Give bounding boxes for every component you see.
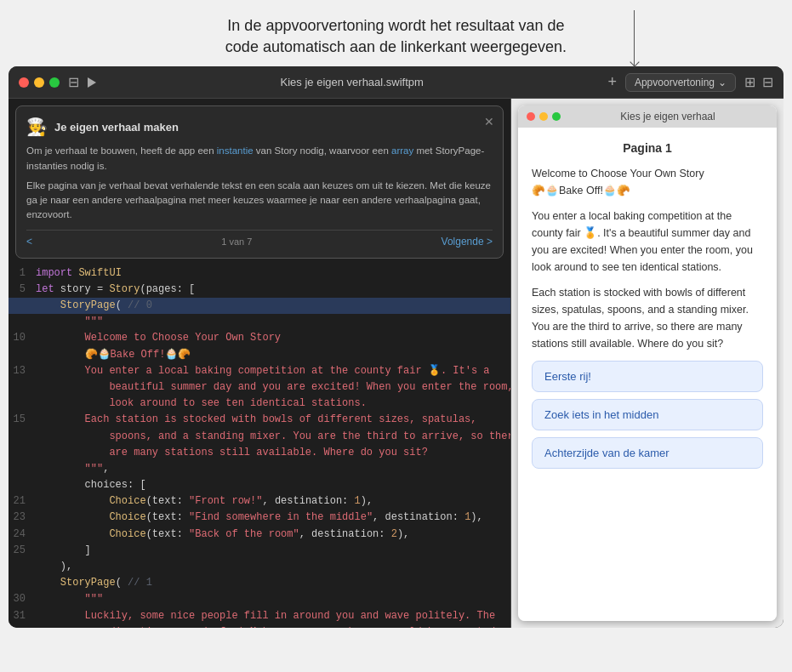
title-bar: ⊟ Kies je eigen verhaal.swiftpm + Appvoo… — [9, 66, 783, 99]
traffic-lights — [19, 77, 60, 88]
maximize-button[interactable] — [49, 77, 60, 88]
info-panel-icon: 🧑‍🍳 — [26, 117, 48, 137]
main-window: ⊟ Kies je eigen verhaal.swiftpm + Appvoo… — [9, 66, 783, 628]
info-prev-button[interactable]: < — [26, 236, 32, 248]
preview-label: Appvoorvertoning — [635, 77, 715, 88]
code-line: StoryPage( // 0 — [9, 298, 510, 314]
preview-content: Pagina 1 Welcome to Choose Your Own Stor… — [518, 128, 777, 621]
code-line: beautiful summer day and you are excited… — [9, 379, 510, 396]
info-panel-title: Je eigen verhaal maken — [54, 121, 179, 134]
code-line: 23 Choice(text: "Find somewhere in the m… — [9, 510, 510, 526]
sidebar-toggle[interactable]: ⊟ — [68, 74, 79, 90]
window-title: Kies je eigen verhaal.swiftpm — [105, 76, 599, 88]
code-line: 25 ] — [9, 543, 510, 559]
add-button[interactable]: + — [607, 73, 617, 91]
preview-window-title: Kies je eigen verhaal — [567, 111, 768, 122]
info-panel-close[interactable]: ✕ — [484, 115, 494, 128]
code-line: directions sounds fun! Make a sponge cak… — [9, 624, 510, 629]
info-panel-header: 🧑‍🍳 Je eigen verhaal maken — [26, 117, 493, 137]
play-icon — [88, 77, 96, 88]
code-line: 24 Choice(text: "Back of the room", dest… — [9, 527, 510, 543]
preview-choice-3[interactable]: Achterzijde van de kamer — [532, 437, 763, 469]
chart-icon[interactable]: ⊞ — [744, 74, 755, 90]
preview-minimize-button[interactable] — [539, 112, 548, 121]
code-line: 15 Each station is stocked with bowls of… — [9, 412, 510, 428]
preview-paragraph-2: Each station is stocked with bowls of di… — [532, 284, 763, 352]
code-line: look around to see ten identical station… — [9, 396, 510, 412]
preview-choices: Eerste rij! Zoek iets in het midden Acht… — [532, 361, 763, 482]
toolbar-icons: ⊞ ⊟ — [744, 74, 773, 90]
panel-icon[interactable]: ⊟ — [762, 74, 773, 90]
info-link-instantie[interactable]: instantie — [217, 145, 254, 156]
preview-maximize-button[interactable] — [552, 112, 561, 121]
chevron-right-icon: > — [487, 236, 493, 248]
play-button[interactable] — [88, 77, 96, 88]
preview-close-button[interactable] — [527, 112, 535, 121]
code-line: are many stations still available. Where… — [9, 445, 510, 461]
minimize-button[interactable] — [34, 77, 44, 88]
preview-choice-1[interactable]: Eerste rij! — [532, 361, 763, 392]
code-line: ), — [9, 559, 510, 575]
preview-paragraph-1: You enter a local baking competition at … — [532, 208, 763, 276]
preview-panel: Kies je eigen verhaal Pagina 1 Welcome t… — [511, 99, 783, 628]
annotation: In de appvoorvertoning wordt het resulta… — [0, 0, 792, 66]
info-text-1: Om je verhaal te bouwen, heeft de app ee… — [26, 144, 493, 174]
preview-choice-2[interactable]: Zoek iets in het midden — [532, 399, 763, 430]
preview-window: Kies je eigen verhaal Pagina 1 Welcome t… — [518, 105, 777, 621]
preview-story-title: Welcome to Choose Your Own Story🥐🧁Bake O… — [532, 165, 763, 199]
info-nav: < 1 van 7 Volgende > — [26, 230, 493, 248]
code-line: 5 let story = Story(pages: [ — [9, 282, 510, 298]
preview-toggle[interactable]: Appvoorvertoning ⌄ — [625, 73, 736, 92]
code-line: """ — [9, 314, 510, 330]
chevron-down-icon: ⌄ — [718, 77, 726, 88]
code-line: 13 You enter a local baking competition … — [9, 363, 510, 379]
info-panel: 🧑‍🍳 Je eigen verhaal maken ✕ Om je verha… — [15, 105, 504, 258]
annotation-line1: In de appvoorvertoning wordt het resulta… — [227, 17, 564, 34]
code-line: 1 import SwiftUI — [9, 265, 510, 282]
annotation-line-indicator — [634, 10, 635, 65]
info-next-label: Volgende — [442, 236, 484, 248]
code-line: spoons, and a standing mixer. You are th… — [9, 429, 510, 445]
code-editor: 🧑‍🍳 Je eigen verhaal maken ✕ Om je verha… — [9, 99, 511, 628]
info-link-array[interactable]: array — [391, 145, 413, 156]
preview-page-title: Pagina 1 — [532, 141, 763, 155]
info-next-button[interactable]: Volgende > — [442, 236, 493, 248]
info-nav-count: 1 van 7 — [221, 236, 252, 247]
code-line: 21 Choice(text: "Front row!", destinatio… — [9, 493, 510, 510]
code-line: """, — [9, 461, 510, 477]
preview-title-bar: Kies je eigen verhaal — [518, 105, 777, 128]
code-line: StoryPage( // 1 — [9, 575, 510, 591]
code-area[interactable]: 1 import SwiftUI 5 let story = Story(pag… — [9, 265, 510, 629]
close-button[interactable] — [19, 77, 29, 88]
info-text-2: Elke pagina van je verhaal bevat verhale… — [26, 179, 493, 223]
code-line: choices: [ — [9, 477, 510, 493]
code-line: 10 Welcome to Choose Your Own Story — [9, 330, 510, 346]
code-line: 30 """ — [9, 591, 510, 607]
content-area: 🧑‍🍳 Je eigen verhaal maken ✕ Om je verha… — [9, 99, 783, 628]
annotation-line2: code automatisch aan de linkerkant weerg… — [225, 38, 567, 55]
preview-traffic-lights — [527, 112, 561, 121]
code-line: 31 Luckily, some nice people fill in aro… — [9, 608, 510, 624]
code-line: 🥐🧁Bake Off!🧁🥐 — [9, 347, 510, 363]
